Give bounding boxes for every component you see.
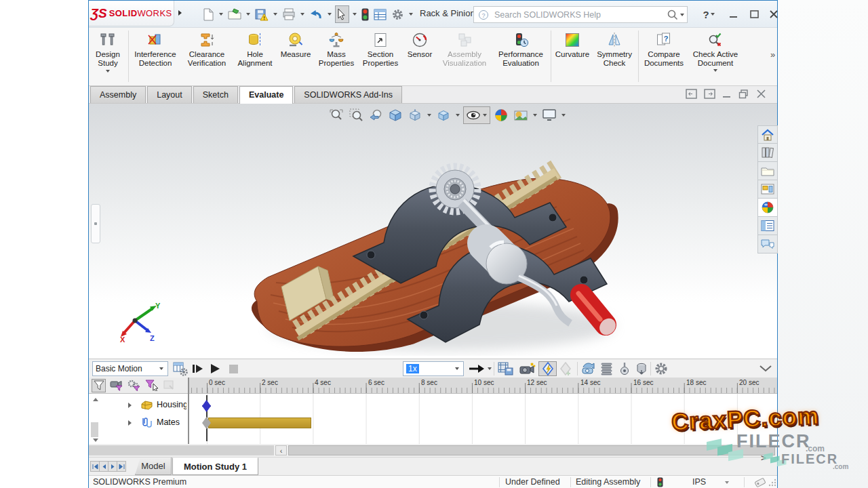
zoom-to-area-icon[interactable] — [347, 106, 365, 124]
ribbon-tool-hole-alignment[interactable]: Hole Alignment — [233, 28, 277, 85]
track-label-housing[interactable]: Housing — [157, 400, 186, 409]
search-icon[interactable] — [667, 9, 679, 21]
collapse-motion-manager-icon[interactable] — [759, 361, 772, 376]
edit-appearance-icon[interactable] — [492, 106, 510, 124]
view-orientation-icon[interactable] — [406, 106, 424, 124]
doc-minimize-icon[interactable] — [722, 89, 732, 99]
hide-show-items-icon[interactable] — [463, 106, 490, 124]
print-caret-icon[interactable] — [300, 13, 304, 16]
ribbon-tool-mass-properties[interactable]: Mass Properties — [315, 28, 358, 85]
undo-caret-icon[interactable] — [328, 13, 332, 16]
ribbon-tool-section-properties[interactable]: Section Properties — [358, 28, 403, 85]
resize-grip-icon[interactable] — [768, 479, 776, 487]
hscroll-track[interactable] — [89, 445, 274, 455]
minimize-button[interactable] — [725, 6, 743, 22]
pane-left-icon[interactable] — [686, 89, 697, 99]
rebuild-traffic-light-icon[interactable] — [360, 5, 370, 23]
options-gear-icon[interactable] — [390, 5, 406, 23]
study-type-select[interactable]: Basic Motion — [92, 361, 168, 376]
custom-properties-tab[interactable] — [757, 217, 778, 235]
playback-speed-select[interactable]: 1x — [403, 361, 464, 376]
calculate-motion-icon[interactable] — [173, 361, 188, 376]
solidworks-forum-tab[interactable] — [757, 235, 778, 253]
apply-scene-icon[interactable] — [512, 106, 530, 124]
open-caret-icon[interactable] — [246, 13, 250, 16]
save-animation-icon[interactable] — [498, 361, 514, 376]
open-button[interactable] — [226, 5, 243, 23]
select-caret-icon[interactable] — [353, 13, 357, 16]
filter-none-icon[interactable] — [92, 379, 106, 392]
playback-mode-icon[interactable] — [469, 361, 485, 376]
new-document-button[interactable] — [201, 5, 216, 23]
feature-manager-collapsed-handle[interactable] — [91, 204, 100, 243]
evaluate-table-icon[interactable] — [372, 5, 388, 23]
display-style-icon[interactable] — [435, 106, 452, 124]
tab-first-icon[interactable] — [90, 461, 100, 472]
timeline-ruler[interactable]: 0 sec 2 sec 4 sec 6 sec 8 sec 10 sec 12 … — [189, 378, 777, 394]
graphics-viewport[interactable]: Y X Z — [89, 104, 777, 359]
design-library-tab[interactable] — [757, 144, 778, 162]
rack-and-pinion-3d-model[interactable] — [238, 124, 631, 359]
select-tool-button[interactable] — [335, 5, 349, 23]
motion-settings-gear-icon[interactable] — [654, 361, 669, 376]
ribbon-tool-sensor[interactable]: Sensor — [403, 28, 437, 85]
help-button[interactable]: ? — [698, 6, 721, 22]
spring-icon[interactable] — [600, 361, 614, 376]
ribbon-tool-interference-detection[interactable]: Interference Detection — [130, 28, 180, 85]
ribbon-tool-design-study[interactable]: Design Study — [90, 28, 125, 73]
doc-close-icon[interactable] — [756, 89, 766, 99]
tab-sketch[interactable]: Sketch — [193, 86, 238, 103]
ribbon-tool-measure[interactable]: Measure — [277, 28, 315, 85]
search-scope-caret-icon[interactable] — [680, 14, 684, 16]
ribbon-tool-curvature[interactable]: Curvature — [553, 28, 592, 85]
save-button[interactable] — [254, 5, 270, 23]
ribbon-overflow-button[interactable]: » — [770, 49, 775, 60]
tree-scroll-down-icon[interactable] — [93, 439, 98, 442]
previous-view-icon[interactable] — [367, 106, 384, 124]
ribbon-tool-performance-evaluation[interactable]: Performance Evaluation — [492, 28, 549, 85]
ribbon-tool-compare-documents[interactable]: ?Compare Documents — [640, 28, 688, 85]
logo-expand-icon[interactable] — [178, 10, 182, 16]
track-label-mates[interactable]: Mates — [157, 418, 186, 427]
play-button[interactable] — [210, 361, 220, 376]
tab-layout[interactable]: Layout — [147, 86, 192, 103]
save-caret-icon[interactable] — [273, 13, 277, 16]
maximize-button[interactable] — [745, 6, 763, 22]
view-orientation-caret-icon[interactable] — [427, 114, 431, 117]
options-caret-icon[interactable] — [409, 13, 413, 16]
tab-next-icon[interactable] — [108, 461, 117, 472]
view-settings-icon[interactable] — [540, 106, 558, 124]
animation-wizard-icon[interactable] — [519, 361, 536, 376]
ribbon-tool-clearance-verification[interactable]: Clearance Verification — [180, 28, 233, 85]
tree-scroll-up-icon[interactable] — [93, 398, 98, 401]
hscroll-left-button[interactable]: ‹ — [275, 445, 287, 455]
new-document-caret-icon[interactable] — [219, 13, 223, 16]
mates-duration-bar[interactable] — [208, 418, 311, 428]
damper-icon[interactable] — [618, 361, 631, 376]
doc-restore-icon[interactable] — [738, 89, 749, 99]
apply-scene-caret-icon[interactable] — [533, 114, 537, 117]
filter-driving-icon[interactable] — [127, 379, 141, 392]
help-caret-icon[interactable] — [711, 13, 715, 16]
close-button[interactable] — [765, 6, 783, 22]
filter-animated-icon[interactable] — [109, 379, 123, 392]
home-tab[interactable] — [757, 125, 778, 144]
search-input[interactable] — [489, 10, 667, 20]
tag-icon[interactable] — [753, 477, 767, 487]
tree-scrollbar-thumb[interactable] — [91, 422, 98, 437]
undo-button[interactable] — [308, 5, 324, 23]
playback-mode-caret-icon[interactable] — [488, 367, 492, 370]
play-from-start-button[interactable] — [192, 361, 204, 376]
view-settings-caret-icon[interactable] — [561, 114, 566, 117]
status-traffic-light-icon[interactable] — [657, 477, 663, 487]
help-search-box[interactable]: ? — [473, 6, 688, 23]
tab-evaluate[interactable]: Evaluate — [239, 86, 293, 104]
pane-right-icon[interactable] — [704, 89, 715, 99]
ribbon-tool-symmetry-check[interactable]: Symmetry Check — [592, 28, 637, 85]
view-palette-tab[interactable] — [757, 180, 778, 199]
tab-prev-icon[interactable] — [99, 461, 108, 472]
filter-selected-icon[interactable] — [144, 379, 159, 392]
file-explorer-tab[interactable] — [757, 162, 778, 180]
section-view-icon[interactable] — [387, 106, 404, 124]
check-active-document-caret-icon[interactable] — [713, 69, 717, 72]
